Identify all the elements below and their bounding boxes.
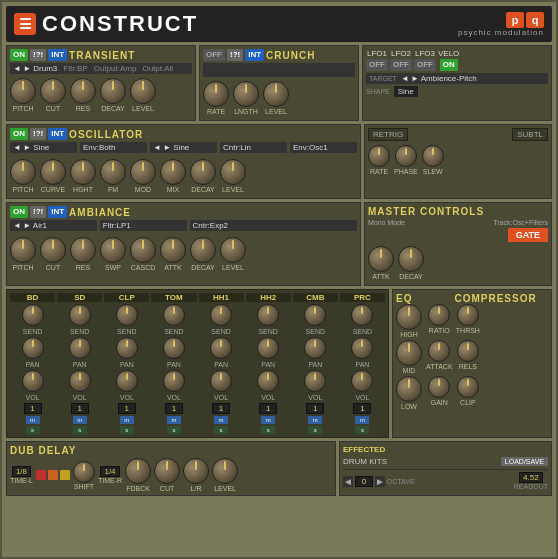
fdbck-knob[interactable]: [125, 458, 151, 484]
bd-mute-btn[interactable]: m: [26, 416, 40, 424]
osc-hght-knob[interactable]: [70, 159, 96, 185]
hh1-send-knob[interactable]: [210, 304, 232, 326]
comp-gain-knob[interactable]: [428, 376, 450, 398]
osc-sel2[interactable]: Env:Both: [80, 142, 147, 153]
lfo1-btn[interactable]: OFF: [366, 59, 388, 71]
transient-res-knob[interactable]: [70, 78, 96, 104]
bd-vol-knob[interactable]: [22, 370, 44, 392]
crunch-int-btn[interactable]: INT: [245, 49, 264, 61]
osc-int-btn[interactable]: INT: [48, 128, 67, 140]
tom-send-knob[interactable]: [163, 304, 185, 326]
amb-int-btn[interactable]: INT: [48, 206, 67, 218]
eq-mid-knob[interactable]: [396, 340, 422, 366]
bd-pan-knob[interactable]: [22, 337, 44, 359]
prc-pan-knob[interactable]: [351, 337, 373, 359]
osc-sel1[interactable]: ◄ ► Sine: [10, 142, 77, 153]
cut-knob[interactable]: [154, 458, 180, 484]
prc-send-knob[interactable]: [351, 304, 373, 326]
transient-decay-knob[interactable]: [100, 78, 126, 104]
amb-swp-knob[interactable]: [100, 237, 126, 263]
amb-sel1[interactable]: ◄ ► Air1: [10, 220, 97, 231]
prc-solo-btn[interactable]: s: [355, 426, 369, 434]
crunch-lngth-knob[interactable]: [233, 81, 259, 107]
clp-mute-btn[interactable]: m: [120, 416, 134, 424]
gate-btn[interactable]: GATE: [508, 228, 548, 242]
hh2-pan-knob[interactable]: [257, 337, 279, 359]
transient-on-btn[interactable]: ON: [10, 49, 28, 61]
sd-solo-btn[interactable]: s: [73, 426, 87, 434]
crunch-level-knob[interactable]: [263, 81, 289, 107]
comp-attack-knob[interactable]: [428, 340, 450, 362]
transient-selector[interactable]: ◄ ► Drum3 Fltr:BP Output:Amp Outpt:All: [10, 63, 192, 74]
tom-vol-knob[interactable]: [163, 370, 185, 392]
cmb-pan-knob[interactable]: [304, 337, 326, 359]
sd-vol-knob[interactable]: [69, 370, 91, 392]
amb-res-knob[interactable]: [70, 237, 96, 263]
osc-query-btn[interactable]: !?!: [30, 128, 46, 140]
prc-mute-btn[interactable]: m: [355, 416, 369, 424]
amb-sel3[interactable]: Cntr:Exp2: [190, 220, 358, 231]
shift-knob[interactable]: [73, 461, 95, 483]
hh2-vol-knob[interactable]: [257, 370, 279, 392]
tom-mute-btn[interactable]: m: [167, 416, 181, 424]
tom-pan-knob[interactable]: [163, 337, 185, 359]
comp-rels-knob[interactable]: [457, 340, 479, 362]
lfo2-btn[interactable]: OFF: [390, 59, 412, 71]
slew-knob[interactable]: [422, 145, 444, 167]
lr-knob[interactable]: [183, 458, 209, 484]
transient-cut-knob[interactable]: [40, 78, 66, 104]
amb-cascd-knob[interactable]: [130, 237, 156, 263]
osc-on-btn[interactable]: ON: [10, 128, 28, 140]
amb-on-btn[interactable]: ON: [10, 206, 28, 218]
crunch-rate-knob[interactable]: [203, 81, 229, 107]
hh1-vol-knob[interactable]: [210, 370, 232, 392]
amb-query-btn[interactable]: !?!: [30, 206, 46, 218]
comp-thrsh-knob[interactable]: [457, 304, 479, 326]
transient-level-knob[interactable]: [130, 78, 156, 104]
clp-pan-knob[interactable]: [116, 337, 138, 359]
osc-mix-knob[interactable]: [160, 159, 186, 185]
osc-level-knob[interactable]: [220, 159, 246, 185]
crunch-query-btn[interactable]: !?!: [227, 49, 243, 61]
eq-high-knob[interactable]: [396, 304, 422, 330]
osc-pitch-knob[interactable]: [10, 159, 36, 185]
master-decay-knob[interactable]: [398, 246, 424, 272]
osc-curve-knob[interactable]: [40, 159, 66, 185]
amb-level-knob[interactable]: [220, 237, 246, 263]
amb-cut-knob[interactable]: [40, 237, 66, 263]
cmb-solo-btn[interactable]: s: [308, 426, 322, 434]
prc-vol-knob[interactable]: [351, 370, 373, 392]
hh2-solo-btn[interactable]: s: [261, 426, 275, 434]
lfo3-btn[interactable]: OFF: [414, 59, 436, 71]
velo-btn[interactable]: ON: [440, 59, 458, 71]
hh2-send-knob[interactable]: [257, 304, 279, 326]
osc-mod-knob[interactable]: [130, 159, 156, 185]
hh1-pan-knob[interactable]: [210, 337, 232, 359]
osc-decay-knob[interactable]: [190, 159, 216, 185]
osc-sel3[interactable]: ◄ ► Sine: [150, 142, 217, 153]
subtl-btn[interactable]: SUBTL: [512, 128, 548, 141]
amb-pitch-knob[interactable]: [10, 237, 36, 263]
transient-int-btn[interactable]: INT: [48, 49, 67, 61]
eq-low-knob[interactable]: [396, 376, 422, 402]
master-attk-knob[interactable]: [368, 246, 394, 272]
phase-knob[interactable]: [395, 145, 417, 167]
transient-query-btn[interactable]: !?!: [30, 49, 46, 61]
bd-send-knob[interactable]: [22, 304, 44, 326]
lfo-shape-value[interactable]: Sine: [394, 86, 418, 97]
amb-sel2[interactable]: Fltr:LP1: [100, 220, 187, 231]
cmb-mute-btn[interactable]: m: [308, 416, 322, 424]
hh1-solo-btn[interactable]: s: [214, 426, 228, 434]
osc-fm-knob[interactable]: [100, 159, 126, 185]
amb-attk-knob[interactable]: [160, 237, 186, 263]
osc-sel4[interactable]: Cntr:Lin: [220, 142, 287, 153]
octave-right-btn[interactable]: ►: [375, 476, 385, 487]
cmb-send-knob[interactable]: [304, 304, 326, 326]
osc-sel5[interactable]: Env:Osc1: [290, 142, 357, 153]
amb-decay-knob[interactable]: [190, 237, 216, 263]
comp-clip-knob[interactable]: [457, 376, 479, 398]
rate-knob[interactable]: [368, 145, 390, 167]
clp-solo-btn[interactable]: s: [120, 426, 134, 434]
hh1-mute-btn[interactable]: m: [214, 416, 228, 424]
crunch-off-btn[interactable]: OFF: [203, 49, 225, 61]
